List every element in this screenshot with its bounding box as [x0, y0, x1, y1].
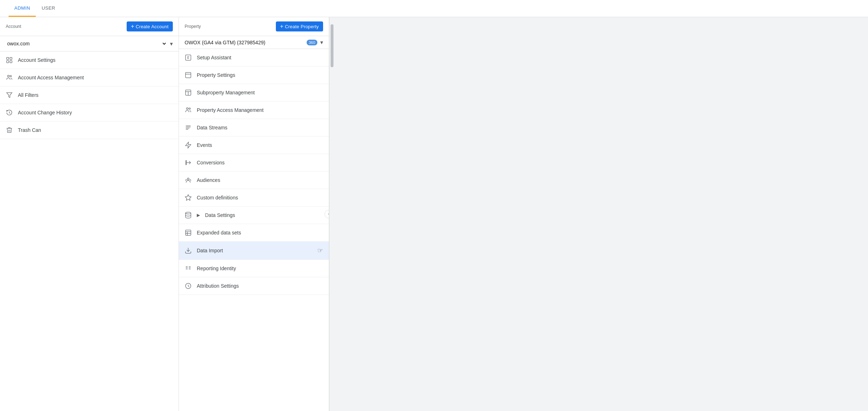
trash-can-label: Trash Can [18, 127, 173, 133]
property-access-label: Property Access Management [197, 107, 323, 113]
trash-icon [6, 127, 13, 134]
property-dropdown-row[interactable]: OWOX (GA4 via GTM) (327985429) 360 ▾ [179, 36, 329, 49]
menu-item-all-filters[interactable]: All Filters [0, 86, 179, 104]
svg-point-14 [186, 108, 188, 109]
menu-item-audiences[interactable]: Audiences [179, 172, 329, 189]
tab-admin[interactable]: ADMIN [9, 0, 36, 17]
menu-item-setup-assistant[interactable]: Setup Assistant [179, 49, 329, 66]
plus-icon-property: + [280, 24, 284, 29]
setup-icon [185, 54, 192, 61]
svg-point-15 [189, 108, 190, 109]
svg-rect-3 [10, 61, 12, 63]
menu-item-trash-can[interactable]: Trash Can [0, 122, 179, 139]
menu-item-account-access-management[interactable]: Account Access Management [0, 69, 179, 86]
setup-assistant-label: Setup Assistant [197, 55, 323, 60]
prop-people-icon [185, 107, 192, 114]
account-settings-icon [6, 56, 13, 64]
svg-rect-9 [186, 73, 191, 78]
audiences-icon [185, 177, 192, 184]
menu-item-events[interactable]: Events [179, 137, 329, 154]
main-layout: Account + Create Account owox.com ▾ [0, 17, 868, 411]
account-select[interactable]: owox.com [6, 39, 167, 48]
subproperty-label: Subproperty Management [197, 90, 323, 95]
menu-item-reporting-identity[interactable]: Reporting Identity [179, 260, 329, 277]
menu-item-conversions[interactable]: Conversions [179, 154, 329, 172]
data-streams-icon [185, 124, 192, 131]
account-settings-label: Account Settings [18, 57, 173, 63]
menu-item-custom-definitions[interactable]: Custom definitions [179, 189, 329, 207]
svg-rect-0 [7, 58, 9, 60]
svg-marker-21 [185, 195, 191, 200]
history-icon [6, 109, 13, 116]
account-header: Account + Create Account [0, 17, 179, 36]
svg-rect-1 [10, 58, 12, 60]
tab-user[interactable]: USER [36, 0, 61, 17]
data-import-icon [185, 247, 192, 254]
menu-item-account-settings[interactable]: Account Settings [0, 51, 179, 69]
svg-marker-6 [7, 93, 12, 97]
menu-item-subproperty-management[interactable]: Subproperty Management [179, 84, 329, 101]
property-menu: Setup Assistant Property Settings [179, 49, 329, 295]
svg-rect-2 [7, 61, 9, 63]
expanded-data-icon [185, 229, 192, 236]
account-dropdown-row[interactable]: owox.com ▾ [0, 36, 179, 51]
property-360-badge: 360 [307, 40, 317, 45]
conversions-label: Conversions [197, 160, 323, 165]
top-navigation: ADMIN USER [0, 0, 868, 17]
create-account-button[interactable]: + Create Account [127, 21, 173, 31]
custom-definitions-label: Custom definitions [197, 195, 323, 200]
custom-def-icon [185, 194, 192, 201]
scrollbar[interactable] [329, 17, 334, 411]
attribution-settings-label: Attribution Settings [197, 283, 323, 289]
create-property-button[interactable]: + Create Property [276, 21, 323, 31]
menu-item-data-streams[interactable]: Data Streams [179, 119, 329, 137]
account-column: Account + Create Account owox.com ▾ [0, 17, 179, 411]
property-label: Property [185, 24, 201, 29]
attribution-icon [185, 282, 192, 289]
account-menu: Account Settings Account Access Manageme… [0, 51, 179, 139]
property-settings-icon [185, 71, 192, 79]
property-dropdown-arrow: ▾ [320, 39, 323, 46]
create-account-label: Create Account [136, 24, 169, 29]
property-column: Property + Create Property OWOX (GA4 via… [179, 17, 329, 411]
property-settings-label: Property Settings [197, 72, 323, 78]
svg-point-5 [10, 75, 11, 77]
menu-item-attribution-settings[interactable]: Attribution Settings [179, 277, 329, 295]
menu-item-data-import[interactable]: Data Import ☞ [179, 242, 329, 260]
menu-item-account-change-history[interactable]: Account Change History [0, 104, 179, 122]
create-property-label: Create Property [285, 24, 319, 29]
reporting-icon [185, 265, 192, 272]
svg-rect-23 [186, 230, 191, 236]
data-settings-label: Data Settings [205, 212, 323, 218]
scrollbar-thumb[interactable] [331, 24, 333, 67]
events-label: Events [197, 142, 323, 148]
property-header: Property + Create Property [179, 17, 329, 36]
expand-arrow-icon: ▶ [197, 213, 200, 218]
audiences-label: Audiences [197, 177, 323, 183]
filter-icon [6, 91, 13, 99]
account-label: Account [6, 24, 21, 29]
menu-item-property-access-management[interactable]: Property Access Management [179, 101, 329, 119]
subproperty-icon [185, 89, 192, 96]
plus-icon: + [131, 24, 135, 29]
reporting-identity-label: Reporting Identity [197, 266, 323, 271]
events-icon [185, 142, 192, 149]
change-history-label: Account Change History [18, 110, 173, 115]
account-dropdown-arrow: ▾ [170, 40, 173, 47]
expanded-data-sets-label: Expanded data sets [197, 230, 323, 236]
svg-point-20 [187, 178, 189, 180]
all-filters-label: All Filters [18, 92, 173, 98]
right-area [334, 17, 868, 411]
account-access-label: Account Access Management [18, 75, 173, 80]
menu-item-property-settings[interactable]: Property Settings [179, 66, 329, 84]
menu-item-expanded-data-sets[interactable]: Expanded data sets [179, 224, 329, 242]
data-import-label: Data Import [197, 248, 312, 253]
property-dropdown-value: OWOX (GA4 via GTM) (327985429) [185, 40, 304, 45]
menu-item-data-settings[interactable]: ▶ Data Settings [179, 207, 329, 224]
people-icon [6, 74, 13, 81]
conversions-icon [185, 159, 192, 166]
svg-point-22 [186, 212, 191, 214]
data-settings-icon [185, 212, 192, 219]
cursor-indicator: ☞ [317, 247, 323, 254]
svg-point-4 [8, 75, 9, 77]
